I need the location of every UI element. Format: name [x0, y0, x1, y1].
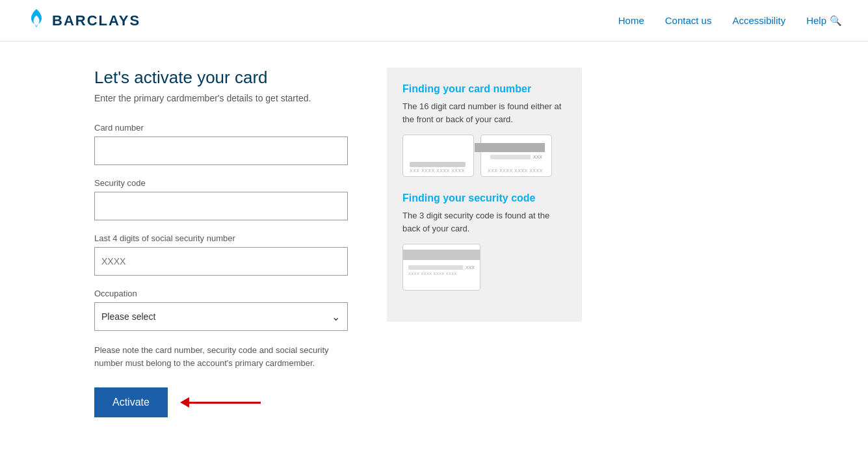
page-title: Let's activate your card [94, 68, 348, 88]
activate-button[interactable]: Activate [94, 387, 168, 417]
card-sec-num-label: XXXX XXXX XXXX XXXX [408, 272, 475, 276]
barclays-wordmark: BARCLAYS [52, 12, 140, 29]
card-back-xxx-label: XXX [533, 155, 542, 159]
card-number-field-group: Card number [94, 123, 348, 165]
search-icon[interactable]: 🔍 [830, 15, 842, 27]
logo: BARCLAYS [26, 8, 140, 33]
ssn-label: Last 4 digits of social security number [94, 233, 348, 243]
security-code-input[interactable] [94, 192, 348, 220]
card-back-mockup: XXX XXX XXXX XXXX XXXX [480, 135, 552, 177]
nav-help-group: Help 🔍 [806, 15, 842, 27]
security-code-info-desc: The 3 digit security code is found at th… [402, 209, 566, 235]
main-nav: Home Contact us Accessibility Help 🔍 [618, 15, 842, 27]
nav-help[interactable]: Help [806, 15, 826, 26]
nav-home[interactable]: Home [618, 15, 644, 26]
security-code-info: Finding your security code The 3 digit s… [402, 192, 566, 291]
card-sec-sig-row: XXX [408, 265, 475, 270]
nav-contact[interactable]: Contact us [665, 15, 712, 26]
card-number-mockups: XXX XXXX XXXX XXXX XXX XXX XXXX XXXX XXX… [402, 135, 566, 177]
card-number-input[interactable] [94, 137, 348, 165]
card-number-info: Finding your card number The 16 digit ca… [402, 83, 566, 177]
barclays-eagle-icon [26, 8, 47, 33]
card-front-number-bar [410, 162, 466, 167]
info-panel: Finding your card number The 16 digit ca… [387, 68, 582, 322]
security-code-info-title: Finding your security code [402, 192, 566, 204]
activate-row: Activate [94, 387, 348, 417]
security-code-field-group: Security code [94, 178, 348, 220]
card-number-info-title: Finding your card number [402, 83, 566, 95]
card-front-mockup: XXX XXXX XXXX XXXX [402, 135, 474, 177]
card-back-sig-bar [490, 155, 531, 159]
ssn-field-group: Last 4 digits of social security number [94, 233, 348, 276]
occupation-select[interactable]: Please select Employed Self-employed Ret… [94, 302, 348, 331]
security-code-label: Security code [94, 178, 348, 188]
card-back-number-label: XXX XXXX XXXX XXXX [488, 168, 543, 173]
arrow-indicator [181, 397, 261, 408]
nav-accessibility[interactable]: Accessibility [732, 15, 785, 26]
card-back-stripe [475, 143, 545, 152]
card-number-label: Card number [94, 123, 348, 133]
occupation-select-wrapper: Please select Employed Self-employed Ret… [94, 302, 348, 331]
page-subtitle: Enter the primary cardmember's details t… [94, 93, 348, 103]
card-sec-stripe [403, 250, 480, 260]
card-sec-mockup: XXX XXXX XXXX XXXX XXXX [402, 244, 480, 291]
card-sec-xxx-label: XXX [466, 265, 475, 270]
card-front-number-label: XXX XXXX XXXX XXXX [410, 168, 465, 173]
note-text: Please note the card number, security co… [94, 344, 348, 369]
card-sec-bottom: XXX XXXX XXXX XXXX XXXX [403, 260, 480, 278]
ssn-input[interactable] [94, 247, 348, 276]
arrow-head-icon [180, 397, 189, 408]
activation-form: Let's activate your card Enter the prima… [94, 68, 348, 417]
occupation-field-group: Occupation Please select Employed Self-e… [94, 289, 348, 331]
card-sec-sig-bar [408, 265, 463, 270]
arrow-shaft [189, 402, 261, 404]
occupation-label: Occupation [94, 289, 348, 298]
card-number-info-desc: The 16 digit card number is found either… [402, 100, 566, 125]
